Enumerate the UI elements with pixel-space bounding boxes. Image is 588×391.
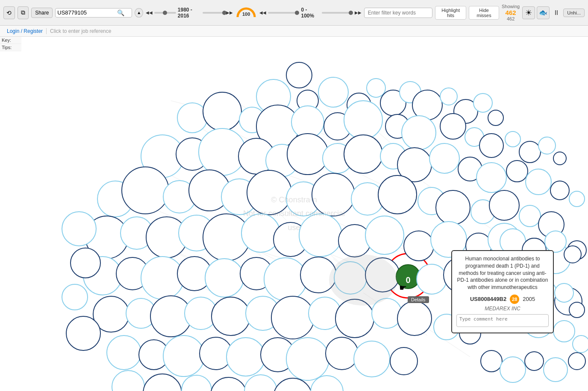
bubble[interactable] — [122, 167, 169, 214]
bubble[interactable] — [62, 284, 88, 310]
bubble[interactable] — [390, 347, 417, 375]
bubble[interactable] — [417, 264, 447, 294]
copy-icon-button[interactable]: ⧉ — [18, 6, 29, 19]
patent-number[interactable]: US8008449B2 — [470, 296, 506, 302]
bubble[interactable] — [203, 92, 241, 131]
tips-label[interactable]: Tips: — [0, 44, 21, 51]
bubble[interactable] — [569, 191, 585, 207]
arrow-up-button[interactable]: ▲ — [135, 8, 143, 18]
bubble[interactable] — [429, 143, 459, 173]
bubble[interactable] — [500, 357, 526, 382]
bubble[interactable] — [211, 377, 247, 391]
comment-textarea[interactable] — [456, 314, 549, 327]
bubble[interactable] — [555, 283, 573, 302]
bubble[interactable] — [177, 103, 207, 133]
bubble[interactable] — [344, 135, 382, 173]
unhide-button[interactable]: Unhi... — [563, 9, 585, 17]
bubble-cyan[interactable] — [573, 336, 588, 353]
pct-slider-track-right[interactable] — [322, 12, 353, 14]
bubble[interactable] — [247, 170, 291, 215]
bubble[interactable] — [569, 302, 585, 318]
bubble[interactable] — [299, 214, 342, 257]
bubble[interactable] — [354, 341, 390, 377]
pct-slider-thumb-right[interactable] — [295, 11, 299, 15]
bubble[interactable] — [479, 134, 503, 158]
bubble[interactable] — [212, 297, 250, 336]
bubble[interactable] — [436, 190, 470, 225]
bubble[interactable] — [525, 352, 544, 371]
bubble[interactable] — [506, 160, 528, 182]
bubble-cyan[interactable] — [553, 321, 575, 342]
details-button[interactable]: Details — [408, 296, 429, 303]
year-slider-track[interactable] — [154, 12, 176, 14]
bubble[interactable] — [519, 141, 541, 163]
bubble[interactable] — [564, 246, 581, 263]
bubble[interactable] — [287, 134, 328, 175]
bubble[interactable] — [505, 131, 520, 147]
year-slider-thumb[interactable] — [163, 11, 167, 15]
slider-left-icon[interactable]: ◀◀ — [146, 10, 153, 15]
search-icon[interactable]: 🔍 — [117, 9, 124, 16]
bubble[interactable] — [402, 116, 436, 150]
bubble[interactable] — [476, 163, 506, 193]
bubble[interactable] — [526, 169, 551, 195]
bubble[interactable] — [553, 152, 566, 165]
bubble[interactable] — [62, 212, 96, 246]
bubble[interactable] — [538, 137, 556, 154]
bubble[interactable] — [163, 336, 204, 376]
job-reference-field[interactable]: Click to enter job reference — [47, 28, 115, 34]
bubble[interactable] — [143, 374, 182, 391]
bubble[interactable] — [244, 375, 277, 391]
bubble[interactable] — [344, 101, 382, 139]
bubble[interactable] — [404, 231, 434, 261]
bubble[interactable] — [473, 93, 492, 112]
bubble[interactable] — [544, 358, 567, 382]
bubble[interactable] — [107, 336, 141, 370]
slider-right-icon[interactable]: ▶▶ — [226, 10, 233, 15]
canvas-area[interactable]: 0 Details ☛ © Chonstra-n Not for consult… — [0, 37, 588, 391]
key-label[interactable]: Key: — [0, 37, 21, 44]
bubble[interactable] — [286, 338, 329, 380]
bubble[interactable] — [568, 353, 585, 370]
bubble[interactable] — [141, 257, 184, 299]
year-slider-track-right[interactable] — [203, 12, 224, 14]
history-icon-button[interactable]: ⟲ — [3, 6, 15, 19]
bubble[interactable] — [205, 259, 244, 297]
bubble[interactable] — [271, 296, 314, 339]
pct-slider-right-icon[interactable]: ▶▶ — [355, 10, 362, 15]
fish-icon-button[interactable]: 🐟 — [537, 6, 550, 19]
bubble[interactable] — [66, 316, 100, 350]
bubble[interactable] — [489, 190, 519, 220]
bubble[interactable] — [397, 301, 432, 336]
pct-slider-track[interactable] — [268, 12, 299, 14]
hide-misses-button[interactable]: Hide misses — [469, 6, 499, 20]
bubble[interactable] — [226, 338, 265, 376]
bubble[interactable] — [481, 350, 502, 372]
bubble[interactable] — [71, 248, 100, 278]
sun-icon-button[interactable]: ☀ — [522, 6, 535, 19]
highlight-hits-button[interactable]: Highlight hits — [435, 6, 466, 20]
search-input[interactable] — [57, 9, 117, 16]
pause-button[interactable]: ⏸ — [551, 8, 562, 18]
bubble[interactable] — [545, 231, 566, 252]
bubble[interactable] — [312, 173, 355, 216]
bubble[interactable] — [367, 79, 385, 97]
bubble[interactable] — [365, 216, 404, 254]
bubble[interactable] — [286, 62, 312, 88]
bubble[interactable] — [378, 175, 417, 214]
bubble[interactable] — [241, 214, 280, 252]
bubble[interactable] — [440, 88, 457, 105]
login-register-link[interactable]: Login / Register — [3, 28, 47, 34]
bubble[interactable] — [264, 258, 307, 301]
pct-slider-thumb-right2[interactable] — [349, 11, 353, 15]
bubble[interactable] — [112, 371, 144, 391]
bubble[interactable] — [488, 110, 503, 125]
filter-input[interactable] — [364, 8, 432, 18]
bubble[interactable] — [519, 205, 541, 227]
bubble[interactable] — [182, 375, 212, 391]
year-slider-thumb-right[interactable] — [222, 11, 226, 15]
bubble[interactable] — [326, 337, 358, 370]
pct-slider-left-icon[interactable]: ◀◀ — [259, 10, 266, 15]
bubble[interactable] — [550, 181, 569, 200]
bubble[interactable] — [318, 77, 348, 107]
